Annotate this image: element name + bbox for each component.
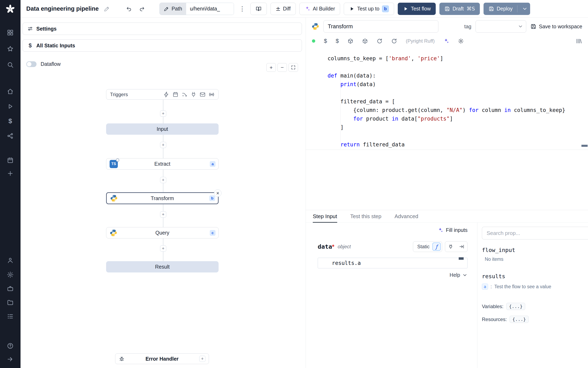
collapse-arrow-icon[interactable] <box>7 356 14 363</box>
tag-select[interactable] <box>475 20 526 33</box>
all-static-inputs-button[interactable]: $ All Static Inputs <box>23 39 302 52</box>
test-up-to-button[interactable]: Test up to b <box>344 3 394 15</box>
fill-inputs-button[interactable]: Fill inputs <box>437 227 467 233</box>
library-panel-icon[interactable] <box>576 38 582 44</box>
schedule-calendar-icon[interactable] <box>172 92 179 98</box>
step-node-extract[interactable]: TS Extract a <box>106 158 218 170</box>
webhook-bolt-icon[interactable] <box>163 92 170 98</box>
code-block[interactable]: columns_to_keep = ['brand', 'price'] def… <box>328 54 565 149</box>
typescript-icon: TS <box>110 160 118 168</box>
step-header: tag Save to workspace <box>306 18 588 35</box>
ai-builder-button[interactable]: AI Builder <box>299 3 340 15</box>
play-icon <box>349 6 355 12</box>
error-handler-plus-button[interactable]: + <box>199 356 205 362</box>
insert-arrow-icon[interactable] <box>456 241 467 252</box>
redo-button[interactable] <box>137 4 146 13</box>
email-icon[interactable] <box>199 92 206 98</box>
edit-title-pencil-icon[interactable] <box>102 4 112 13</box>
more-options-kebab-icon[interactable]: ⋮ <box>238 4 247 13</box>
zoom-out-button[interactable]: − <box>277 63 287 72</box>
insert-step-plus-button[interactable]: + <box>160 142 166 148</box>
insert-step-plus-button[interactable]: + <box>160 110 166 117</box>
flow-result-node[interactable]: Result <box>106 261 218 272</box>
plug-connect-icon[interactable] <box>445 241 456 252</box>
draft-shortcut: ⌘S <box>466 6 475 12</box>
editor-scrollbar-thumb[interactable] <box>581 145 588 147</box>
flow-input-node[interactable]: Input <box>106 123 218 135</box>
workers-briefcase-icon[interactable] <box>7 285 14 292</box>
resize-handle[interactable] <box>459 257 464 260</box>
settings-gear-icon[interactable] <box>7 271 14 278</box>
flow-graph-panel: Settings $ All Static Inputs Dataflow + … <box>20 18 306 368</box>
tab-step-input[interactable]: Step Input <box>313 210 337 222</box>
connect-controls <box>445 241 467 252</box>
flow-settings-button[interactable]: Settings <box>23 23 302 35</box>
logs-list-icon[interactable] <box>7 313 14 320</box>
code-editor[interactable]: columns_to_keep = ['brand', 'price'] def… <box>306 47 588 210</box>
search-icon[interactable] <box>7 61 14 68</box>
delete-step-close-icon[interactable]: × <box>214 189 221 197</box>
help-icon[interactable] <box>7 342 14 349</box>
add-plus-icon[interactable] <box>7 170 14 177</box>
reload-icon[interactable] <box>377 38 383 44</box>
lint-assistants-label[interactable]: (Pyright Ruff) <box>406 38 435 44</box>
resources-hub-icon[interactable] <box>7 132 14 139</box>
step-id-badge: a <box>210 161 216 167</box>
websocket-plug-icon[interactable] <box>190 92 197 98</box>
javascript-expression-toggle[interactable]: ƒ <box>432 242 441 251</box>
insert-step-plus-button[interactable]: + <box>160 177 166 183</box>
test-flow-button[interactable]: Test flow <box>398 3 436 15</box>
diff-icon: ± <box>276 5 280 12</box>
draft-button[interactable]: Draft ⌘S <box>439 3 480 15</box>
prop-search-input[interactable] <box>482 227 588 239</box>
http-route-icon[interactable] <box>181 92 188 98</box>
kafka-broadcast-icon[interactable] <box>209 92 215 98</box>
zoom-in-button[interactable]: + <box>266 63 276 72</box>
save-to-workspace-button[interactable]: Save to workspace <box>530 23 582 29</box>
resources-chip[interactable]: {...} <box>510 316 529 323</box>
argument-name: data <box>318 243 332 250</box>
docs-book-button[interactable] <box>250 3 267 15</box>
dataflow-toggle[interactable] <box>26 61 37 67</box>
undo-button[interactable] <box>124 4 134 13</box>
favorites-star-icon[interactable] <box>7 45 14 52</box>
runs-play-icon[interactable] <box>7 103 14 110</box>
triggers-node[interactable]: Triggers <box>106 89 218 100</box>
results-prop[interactable]: results <box>482 273 588 279</box>
static-mode-toggle[interactable]: Static ƒ <box>413 241 442 252</box>
help-expander[interactable]: Help <box>318 272 467 278</box>
editor-settings-gear-icon[interactable] <box>458 38 464 44</box>
home-icon[interactable] <box>7 88 14 95</box>
path-button[interactable]: Path <box>160 3 186 15</box>
folders-icon[interactable] <box>7 299 14 306</box>
result-step-badge[interactable]: a <box>482 284 488 290</box>
argument-expression-input[interactable]: results.a <box>318 258 467 268</box>
error-handler-node[interactable]: Error Handler + <box>115 353 209 364</box>
app-sidebar: $ <box>0 0 20 368</box>
step-tabs: Step Input Test this step Advanced <box>306 210 588 223</box>
diff-button[interactable]: ± Diff <box>271 3 296 15</box>
insert-step-plus-button[interactable]: + <box>160 245 166 252</box>
windmill-logo-icon[interactable] <box>5 4 15 14</box>
fit-view-button[interactable] <box>289 63 298 72</box>
flow-input-prop[interactable]: flow_input <box>482 247 588 253</box>
reload-icon[interactable] <box>391 38 397 44</box>
schedules-calendar-icon[interactable] <box>7 157 14 164</box>
package-cube-icon[interactable] <box>347 38 353 44</box>
step-node-transform[interactable]: Transform b × <box>106 192 218 204</box>
tab-advanced[interactable]: Advanced <box>394 210 418 222</box>
insert-resource-dollar-icon[interactable]: $ <box>336 38 339 44</box>
apps-icon[interactable] <box>7 29 14 36</box>
package-cube-icon[interactable] <box>362 38 368 44</box>
tab-test-this-step[interactable]: Test this step <box>350 210 381 222</box>
deploy-button[interactable]: Deploy <box>484 3 530 15</box>
variables-dollar-icon[interactable]: $ <box>9 117 12 125</box>
insert-variable-dollar-icon[interactable]: $ <box>324 38 327 44</box>
variables-chip[interactable]: {...} <box>506 303 525 310</box>
insert-step-plus-button[interactable]: + <box>160 211 166 218</box>
step-node-query[interactable]: Query c <box>106 227 218 239</box>
step-name-input[interactable] <box>323 20 438 33</box>
path-input[interactable] <box>186 3 234 15</box>
user-icon[interactable] <box>7 257 14 264</box>
ai-wand-icon[interactable] <box>443 38 449 44</box>
